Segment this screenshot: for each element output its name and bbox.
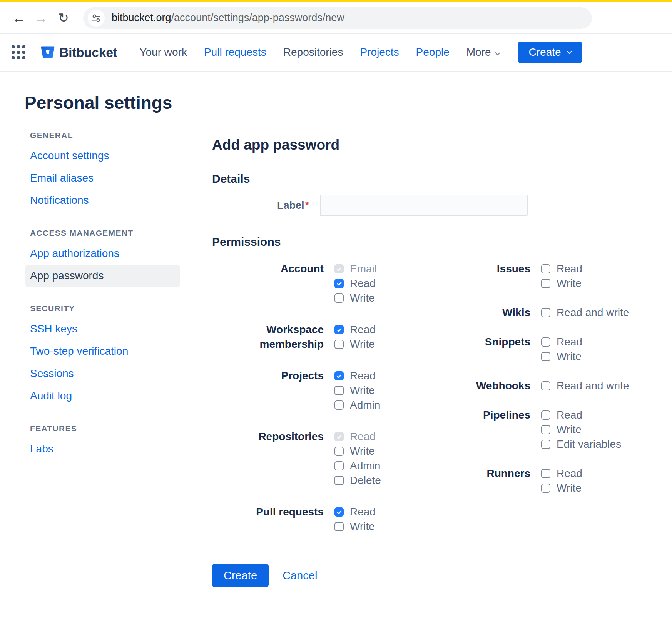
permissions-heading: Permissions <box>212 235 660 248</box>
checkbox-snippets-read[interactable] <box>541 337 550 347</box>
permission-options: Read and write <box>541 379 629 393</box>
sidebar-item-labs[interactable]: Labs <box>25 438 180 460</box>
create-menu-button[interactable]: Create <box>518 42 582 63</box>
checkbox-runners-read[interactable] <box>541 469 550 478</box>
app-switcher-icon[interactable] <box>12 45 25 59</box>
browser-reload-button[interactable]: ↻ <box>52 10 75 25</box>
permission-row: Write <box>334 519 376 534</box>
permission-row: Delete <box>334 473 381 488</box>
checkbox-projects-admin[interactable] <box>334 400 344 410</box>
bitbucket-logo[interactable]: Bitbucket <box>41 45 117 60</box>
chevron-down-icon <box>495 50 500 55</box>
nav-item-more[interactable]: More <box>466 46 500 58</box>
checkbox-label: Write <box>350 520 375 533</box>
checkbox-projects-read[interactable] <box>334 371 344 380</box>
checkbox-label: Email <box>350 263 377 275</box>
checkbox-label: Read <box>350 324 376 336</box>
permission-options: ReadWriteEdit variables <box>541 408 621 452</box>
permission-group-pull-requests: Pull requestsReadWrite <box>212 505 428 534</box>
checkbox-wikis-read-and-write[interactable] <box>541 308 550 317</box>
sidebar-item-audit-log[interactable]: Audit log <box>25 385 180 407</box>
sidebar-item-app-passwords[interactable]: App passwords <box>25 265 180 287</box>
permission-row: Edit variables <box>541 437 621 452</box>
permissions-column-1: AccountEmailReadWriteWorkspace membershi… <box>212 262 428 534</box>
checkbox-projects-write[interactable] <box>334 386 344 395</box>
permission-group-issues: IssuesReadWrite <box>428 262 660 291</box>
permissions-column-2: IssuesReadWriteWikisRead and writeSnippe… <box>428 262 660 534</box>
checkbox-label: Read and write <box>557 307 629 319</box>
sidebar-item-email-aliases[interactable]: Email aliases <box>25 167 180 189</box>
checkbox-label: Read <box>350 277 376 290</box>
checkbox-repositories-admin[interactable] <box>334 461 344 470</box>
checkbox-webhooks-read-and-write[interactable] <box>541 381 550 390</box>
label-field-row: Label* <box>212 195 660 216</box>
bitbucket-wordmark: Bitbucket <box>59 45 117 60</box>
checkbox-repositories-write[interactable] <box>334 447 344 456</box>
permission-group-label: Repositories <box>212 429 324 488</box>
sidebar-heading-access-management: ACCESS MANAGEMENT <box>25 228 180 238</box>
checkbox-label: Read <box>557 263 582 275</box>
checkbox-workspace-membership-read[interactable] <box>334 325 344 334</box>
create-button[interactable]: Create <box>212 564 269 587</box>
checkbox-label: Read <box>557 409 582 421</box>
checkbox-pipelines-read[interactable] <box>541 410 550 420</box>
checkbox-label: Write <box>557 350 582 363</box>
url-text: bitbucket.org/account/settings/app-passw… <box>112 12 344 24</box>
permission-options: Read and write <box>541 305 629 320</box>
nav-item-your-work[interactable]: Your work <box>139 46 187 58</box>
label-input[interactable] <box>320 195 528 216</box>
browser-chrome: ← → ↻ bitbucket.org/account/settings/app… <box>0 2 672 34</box>
permission-group-label: Pull requests <box>212 505 324 534</box>
permission-row: Write <box>334 291 377 305</box>
address-bar[interactable]: bitbucket.org/account/settings/app-passw… <box>83 7 592 29</box>
sidebar-item-app-authorizations[interactable]: App authorizations <box>25 242 180 265</box>
checkbox-account-write[interactable] <box>334 293 344 303</box>
checkbox-label: Read <box>557 467 582 480</box>
details-heading: Details <box>212 172 660 185</box>
permission-group-account: AccountEmailReadWrite <box>212 262 428 305</box>
sidebar-item-sessions[interactable]: Sessions <box>25 362 180 385</box>
checkbox-issues-read[interactable] <box>541 264 550 273</box>
site-settings-button[interactable] <box>88 10 105 27</box>
checkbox-pull-requests-read[interactable] <box>334 507 344 517</box>
sidebar-item-account-settings[interactable]: Account settings <box>25 145 180 167</box>
permission-row: Write <box>541 276 582 291</box>
checkbox-account-read[interactable] <box>334 279 344 288</box>
checkbox-pipelines-write[interactable] <box>541 425 550 434</box>
settings-layout: GENERALAccount settingsEmail aliasesNoti… <box>0 130 672 627</box>
sidebar-item-notifications[interactable]: Notifications <box>25 189 180 212</box>
nav-item-repositories[interactable]: Repositories <box>283 46 343 58</box>
permission-group-label: Workspace membership <box>212 322 324 352</box>
cancel-link[interactable]: Cancel <box>283 569 317 582</box>
checkbox-label: Write <box>557 277 582 290</box>
permission-options: ReadWrite <box>334 505 376 534</box>
permission-group-projects: ProjectsReadWriteAdmin <box>212 369 428 412</box>
checkbox-runners-write[interactable] <box>541 484 550 493</box>
nav-item-people[interactable]: People <box>416 46 450 58</box>
permission-group-pipelines: PipelinesReadWriteEdit variables <box>428 408 660 452</box>
sidebar-item-two-step-verification[interactable]: Two-step verification <box>25 340 180 362</box>
permission-group-label: Wikis <box>428 305 530 320</box>
checkbox-pull-requests-write[interactable] <box>334 522 344 531</box>
permission-row: Write <box>334 337 376 352</box>
sidebar-item-ssh-keys[interactable]: SSH keys <box>25 318 180 340</box>
checkbox-label: Admin <box>350 399 380 411</box>
checkbox-snippets-write[interactable] <box>541 352 550 361</box>
browser-forward-button: → <box>30 10 52 26</box>
permission-row: Read and write <box>541 305 629 320</box>
nav-item-projects[interactable]: Projects <box>360 46 399 58</box>
browser-back-button[interactable]: ← <box>8 10 30 26</box>
permission-row: Read <box>541 262 582 276</box>
checkbox-issues-write[interactable] <box>541 279 550 288</box>
permission-row: Write <box>541 422 621 437</box>
permission-group-label: Account <box>212 262 324 305</box>
checkbox-workspace-membership-write[interactable] <box>334 340 344 349</box>
checkbox-label: Write <box>350 338 375 350</box>
nav-item-pull-requests[interactable]: Pull requests <box>204 46 266 58</box>
permission-row: Write <box>334 383 380 398</box>
checkbox-repositories-delete[interactable] <box>334 476 344 485</box>
checkbox-pipelines-edit-variables[interactable] <box>541 440 550 449</box>
permission-options: ReadWriteAdmin <box>334 369 380 412</box>
permission-group-label: Snippets <box>428 335 530 364</box>
permission-row: Read <box>334 429 381 444</box>
